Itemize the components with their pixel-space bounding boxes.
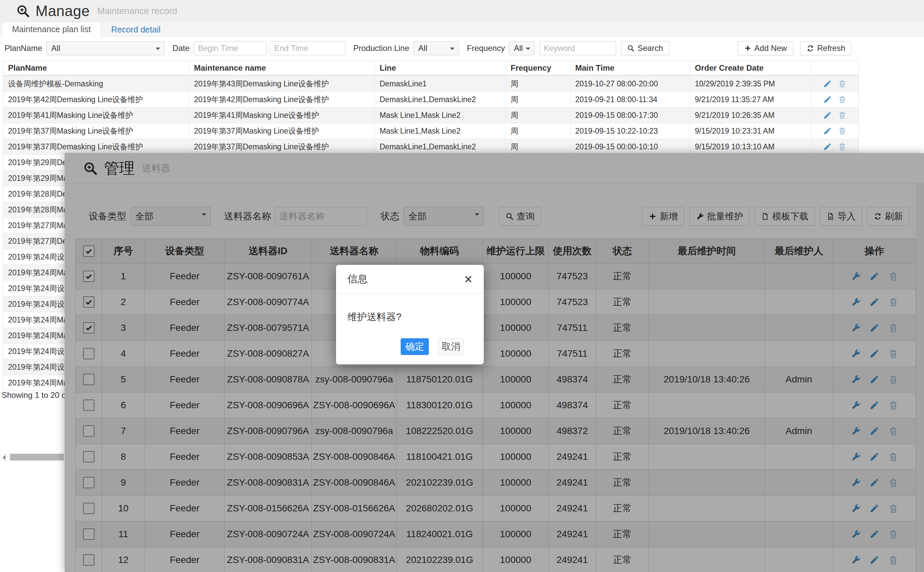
column-header: Line	[375, 61, 506, 75]
cell: 10/29/2019 2:39:35 PM	[690, 76, 811, 92]
begin-time-input[interactable]	[194, 41, 267, 55]
cell: 9/21/2019 10:26:35 AM	[690, 107, 811, 123]
column-header: PlanName	[3, 61, 189, 75]
refresh-button[interactable]: Refresh	[800, 41, 852, 55]
production-line-label: Production Line	[353, 44, 409, 53]
cell: 2019年第37周Masking Line设备维护	[3, 123, 189, 138]
cell: Mask Line1,Mask Line2	[375, 107, 506, 123]
frequency-label: Frequency	[467, 44, 505, 53]
add-new-button[interactable]: Add New	[738, 41, 793, 55]
row-actions	[811, 76, 858, 92]
production-line-select[interactable]: All	[414, 41, 459, 55]
cell: 9/15/2019 10:23:31 AM	[690, 123, 811, 138]
cell: 9/21/2019 11:35:27 AM	[690, 92, 811, 107]
pencil-icon[interactable]	[823, 95, 832, 104]
confirm-button[interactable]: 确定	[401, 338, 429, 355]
page-subtitle: Maintenance record	[97, 6, 177, 16]
table-row: 2019年第37周Masking Line设备维护2019年第37周Maskin…	[3, 123, 858, 138]
table-row: 2019年第41周Masking Line设备维护2019年第41周Maskin…	[3, 107, 858, 123]
dialog-header: 信息 ×	[336, 265, 484, 294]
close-icon[interactable]: ×	[464, 272, 472, 286]
column-header: Order Create Date	[690, 61, 811, 75]
date-label: Date	[173, 44, 190, 53]
planname-label: PlanName	[5, 44, 42, 53]
refresh-icon	[806, 45, 814, 52]
table-row: 2019年第37周Demasking Line设备维护2019年第37周Dema…	[3, 138, 858, 154]
cell: 2019-09-15 08:00-17:30	[570, 107, 690, 123]
row-actions	[811, 92, 858, 107]
frequency-select[interactable]: All	[509, 41, 535, 55]
cell: 2019年第43周Demasking Line设备维护	[189, 76, 375, 92]
info-dialog: 信息 × 维护送料器? 确定 取消	[336, 265, 484, 364]
dialog-message: 维护送料器?	[336, 294, 484, 324]
cell: 2019年第41周Masking Line设备维护	[3, 107, 189, 123]
pencil-icon[interactable]	[823, 79, 832, 88]
cell: 2019年第37周Demasking Line设备维护	[3, 139, 189, 154]
column-header: Maintenance name	[189, 61, 375, 75]
feeder-manage-window: 管理 送料器 设备类型 全部 送料器名称 状态 全部 查询	[65, 153, 924, 572]
cell: 周	[506, 123, 570, 138]
page-title: Manage	[36, 3, 90, 19]
column-header: Frequency	[506, 61, 570, 75]
zoom-in-icon	[16, 4, 30, 18]
dialog-title: 信息	[347, 272, 367, 286]
cell: 周	[506, 107, 570, 123]
cell: Mask Line1,Mask Line2	[375, 123, 506, 138]
trash-icon[interactable]	[838, 95, 846, 104]
trash-icon[interactable]	[838, 142, 846, 151]
pencil-icon[interactable]	[823, 111, 832, 120]
search-icon	[627, 45, 635, 52]
scroll-left-arrow-icon[interactable]	[3, 455, 5, 460]
keyword-input[interactable]	[540, 41, 616, 55]
cell: 周	[506, 139, 570, 154]
tab-bar: Maintenance plan list Record detail	[0, 22, 924, 36]
trash-icon[interactable]	[838, 127, 846, 135]
cell: 设备周维护模板-Demasking	[3, 76, 189, 92]
cancel-button[interactable]: 取消	[438, 338, 464, 355]
cell: 2019年第42周Demasking Line设备维护	[189, 92, 375, 107]
row-actions	[811, 107, 858, 123]
search-button[interactable]: Search	[621, 41, 669, 55]
trash-icon[interactable]	[838, 79, 846, 88]
filter-bar: PlanName All Date Production Line All Fr…	[5, 37, 852, 60]
cell: DemaskLine1,DemaskLine2	[375, 92, 506, 107]
row-actions	[811, 123, 858, 138]
cell: 周	[506, 92, 570, 107]
cell: DemaskLine1,DemaskLine2	[375, 139, 506, 154]
cell: 2019年第37周Masking Line设备维护	[189, 123, 375, 138]
plus-icon	[744, 45, 751, 52]
cell: 2019年第41周Masking Line设备维护	[189, 107, 375, 123]
cell: 2019年第42周Demasking Line设备维护	[3, 92, 189, 107]
trash-icon[interactable]	[838, 111, 846, 120]
dialog-footer: 确定 取消	[401, 338, 464, 355]
tab-maintenance-plan-list[interactable]: Maintenance plan list	[2, 22, 101, 36]
column-header-actions	[811, 61, 858, 75]
screen: Manage Maintenance record Maintenance pl…	[0, 0, 924, 572]
page-header: Manage Maintenance record	[0, 0, 924, 22]
pencil-icon[interactable]	[823, 142, 832, 151]
cell: 9/15/2019 10:13:10 AM	[690, 139, 811, 154]
planname-select[interactable]: All	[46, 41, 165, 55]
cell: 2019-09-21 08:00-11:34	[570, 92, 690, 107]
end-time-input[interactable]	[270, 41, 345, 55]
tab-record-detail[interactable]: Record detail	[101, 22, 171, 36]
cell: 2019-10-27 08:00-20:00	[570, 76, 690, 92]
table-row: 2019年第42周Demasking Line设备维护2019年第42周Dema…	[3, 92, 858, 107]
cell: DemaskLine1	[375, 76, 506, 92]
table-row: 设备周维护模板-Demasking2019年第43周Demasking Line…	[3, 76, 858, 92]
modal-backdrop	[65, 153, 924, 572]
table-header-row: PlanNameMaintenance nameLineFrequencyMai…	[3, 61, 858, 76]
pencil-icon[interactable]	[823, 127, 832, 135]
cell: 周	[506, 76, 570, 92]
cell: 2019年第37周Demasking Line设备维护	[189, 139, 375, 154]
column-header: Main Time	[570, 61, 690, 75]
row-actions	[811, 139, 858, 154]
cell: 2019-09-15 00:00-10:10	[570, 139, 690, 154]
scrollbar-thumb[interactable]	[10, 454, 64, 460]
cell: 2019-09-15 10:22-10:23	[570, 123, 690, 138]
